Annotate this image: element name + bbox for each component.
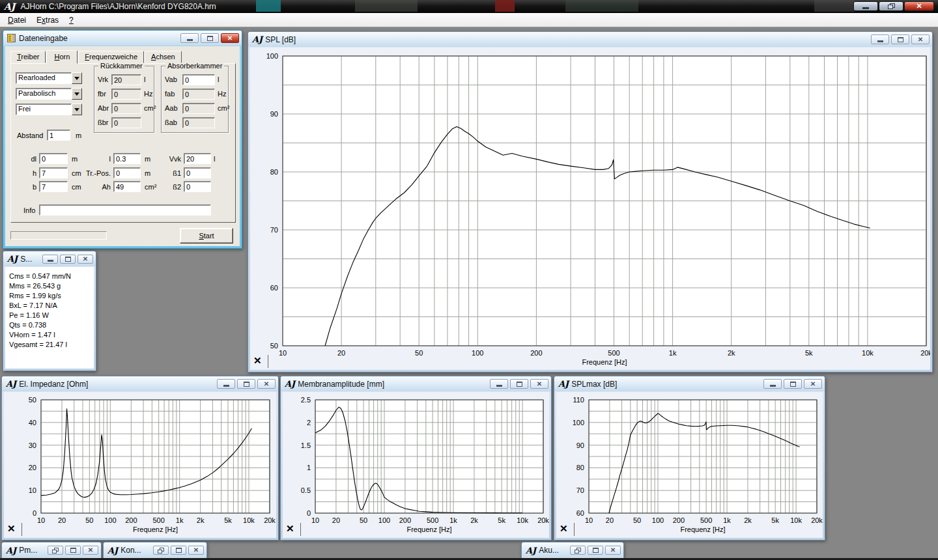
main-title-bar[interactable]: AJ AJHorn C:\Program Files\AJHorn\Kenfor… (0, 0, 938, 13)
maximize-button[interactable] (171, 546, 186, 555)
-2-input[interactable] (184, 181, 211, 192)
kon-title-bar[interactable]: AJ Kon... ✕ (104, 542, 206, 558)
svg-text:Frequenz [Hz]: Frequenz [Hz] (582, 358, 627, 366)
start-button[interactable]: Start (180, 228, 233, 244)
svg-text:200: 200 (399, 516, 411, 524)
svg-text:110: 110 (573, 396, 584, 404)
splmax-title-bar[interactable]: AJ SPLmax [dB] ✕ (554, 376, 825, 391)
minimize-button[interactable] (180, 33, 199, 43)
minimize-button[interactable] (871, 35, 889, 44)
maximize-button[interactable] (60, 255, 76, 264)
maximize-button[interactable] (784, 379, 802, 389)
close-button[interactable]: ✕ (911, 35, 930, 44)
horn-type-select[interactable]: Rearloaded (16, 72, 82, 84)
spl-title: SPL [dB] (265, 35, 866, 44)
maximize-button[interactable] (510, 379, 528, 389)
-1-input[interactable] (184, 167, 211, 178)
membrane-title-bar[interactable]: AJ Membranamplitude [mm] ✕ (281, 376, 551, 391)
abstand-input[interactable] (47, 130, 70, 141)
abstand-unit: m (76, 132, 81, 139)
maximize-button[interactable] (201, 33, 219, 43)
maximize-button[interactable] (891, 35, 909, 44)
maximize-button[interactable] (65, 546, 81, 555)
chevron-down-icon[interactable] (72, 72, 82, 84)
maximize-button[interactable] (237, 379, 255, 389)
abr-unit: cm² (144, 104, 156, 112)
restore-icon (888, 3, 895, 9)
chart-cursor-button[interactable]: ✕ (286, 523, 301, 536)
minimize-button[interactable] (853, 1, 878, 11)
fbr-unit: Hz (144, 90, 152, 98)
menu-item-Datei[interactable]: Datei (3, 14, 31, 26)
info-input[interactable] (39, 204, 211, 216)
splmax-chart-window: AJ SPLmax [dB] ✕ 60708090100110102050100… (554, 376, 825, 540)
dateneingabe-title-bar[interactable]: Dateneingabe ✕ (3, 31, 242, 46)
svg-text:200: 200 (125, 516, 137, 524)
minimize-button[interactable] (490, 379, 508, 389)
restore-button[interactable] (48, 546, 63, 555)
close-icon: ✕ (227, 35, 233, 42)
minimize-button[interactable] (763, 379, 782, 389)
desktop-glimpse (355, 0, 418, 12)
mouth-select[interactable]: Frei (16, 104, 82, 115)
contour-select[interactable]: Parabolisch (16, 88, 82, 100)
close-button[interactable]: ✕ (904, 1, 934, 11)
svg-text:1: 1 (307, 464, 311, 471)
minimize-button[interactable] (42, 255, 58, 264)
tab-horn[interactable]: Horn (46, 50, 78, 64)
close-button[interactable]: ✕ (605, 546, 621, 555)
desktop-glimpse (256, 0, 281, 12)
spl-title-bar[interactable]: AJ SPL [dB] ✕ (248, 32, 932, 47)
chart-cursor-button[interactable]: ✕ (253, 355, 268, 368)
close-icon: ✕ (610, 547, 616, 553)
chart-cursor-button[interactable]: ✕ (7, 523, 22, 536)
close-button[interactable]: ✕ (257, 379, 276, 389)
close-button[interactable]: ✕ (530, 379, 548, 389)
maximize-button[interactable] (588, 546, 603, 555)
minimize-button[interactable] (217, 379, 235, 389)
restore-button[interactable] (153, 546, 169, 555)
splmax-title: SPLmax [dB] (571, 380, 759, 389)
chevron-down-icon[interactable] (72, 104, 82, 115)
vrk-label: Vrk (98, 76, 108, 83)
abr-label: Abr (98, 104, 109, 112)
fab-unit: Hz (218, 90, 226, 98)
desktop-glimpse (495, 0, 515, 12)
swin-title-bar[interactable]: AJ S... ✕ (3, 251, 96, 266)
svg-text:10k: 10k (243, 516, 255, 524)
svg-text:20: 20 (332, 516, 340, 524)
window-title: AJHorn C:\Program Files\AJHorn\Kenford D… (21, 2, 216, 11)
chart-cursor-button[interactable]: ✕ (560, 523, 575, 536)
svg-text:100: 100 (104, 516, 116, 524)
svg-text:1k: 1k (669, 349, 677, 357)
restore-button[interactable] (570, 546, 586, 555)
vab-input[interactable] (182, 74, 215, 85)
tab-achsen[interactable]: Achsen (145, 51, 182, 63)
menu-item-?[interactable]: ? (64, 14, 79, 26)
close-button[interactable]: ✕ (78, 255, 93, 264)
close-icon: ✕ (537, 381, 542, 387)
minimize-icon (862, 7, 869, 9)
aku-title-bar[interactable]: AJ Aku... ✕ (522, 542, 623, 558)
impedance-title-bar[interactable]: AJ El. Impedanz [Ohm] ✕ (2, 376, 278, 391)
pm-title-bar[interactable]: AJ Pm... ✕ (2, 542, 101, 558)
close-button[interactable]: ✕ (221, 33, 239, 43)
menu-item-Extras[interactable]: Extras (31, 14, 64, 26)
rueckkammer-group: Rückkammer VrklfbrHzAbrcm²ßbr (94, 66, 154, 133)
tab-frequenzweiche[interactable]: Frequenzweiche (78, 51, 144, 63)
restore-button[interactable] (879, 1, 903, 11)
svg-text:200: 200 (673, 516, 685, 524)
vvk-input[interactable] (184, 153, 211, 164)
svg-text:2.5: 2.5 (301, 396, 311, 404)
minimized-window-kon: AJ Kon... ✕ (103, 542, 207, 559)
close-button[interactable]: ✕ (188, 546, 204, 555)
chevron-down-icon[interactable] (72, 88, 82, 100)
tab-treiber[interactable]: Treiber (10, 51, 46, 63)
close-icon: ✕ (810, 381, 816, 387)
ßab-input (182, 117, 215, 128)
svg-text:90: 90 (576, 441, 584, 449)
vab-unit: l (218, 76, 219, 83)
close-button[interactable]: ✕ (804, 379, 822, 389)
close-button[interactable]: ✕ (83, 546, 98, 555)
aj-icon: AJ (252, 35, 263, 44)
